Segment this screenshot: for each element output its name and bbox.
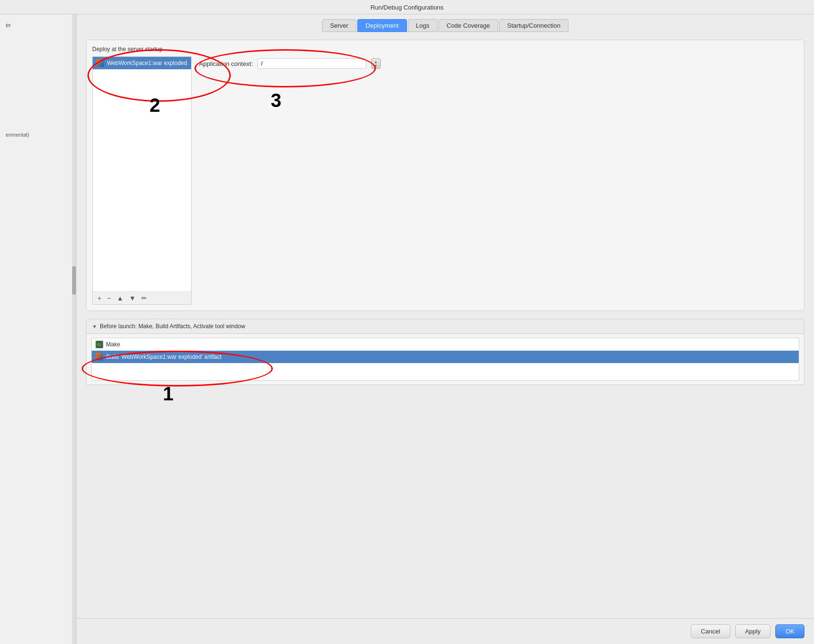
- tab-code-coverage[interactable]: Code Coverage: [439, 19, 498, 32]
- ok-button[interactable]: OK: [775, 624, 804, 638]
- deploy-list-container: WebWorkSpace1:war exploded + − ▲ ▼ ✏: [92, 56, 192, 305]
- app-context-row: Application context: ▲ ▼: [199, 56, 381, 69]
- deploy-section: Deploy at the server startup WebWorkSpac…: [86, 40, 804, 311]
- sidebar-partial-text: er: [0, 18, 76, 32]
- remove-button[interactable]: −: [106, 295, 112, 301]
- add-button[interactable]: +: [96, 295, 102, 301]
- move-up-button[interactable]: ▲: [116, 295, 124, 301]
- tab-deployment[interactable]: Deployment: [357, 19, 407, 32]
- before-launch-item-wrapper: 01 Make Build 'WebWorkSpace1:war explode…: [86, 338, 804, 381]
- deploy-section-title: Deploy at the server startup: [92, 46, 798, 53]
- edit-button[interactable]: ✏: [140, 295, 148, 301]
- svg-text:01: 01: [97, 343, 101, 347]
- deploy-toolbar: + − ▲ ▼ ✏: [93, 291, 191, 304]
- tabs-bar: Server Deployment Logs Code Coverage Sta…: [76, 14, 814, 32]
- before-launch-body: 01 Make Build 'WebWorkSpace1:war explode…: [91, 338, 799, 381]
- spinner-down-icon: ▼: [374, 64, 377, 67]
- content-area: Server Deployment Logs Code Coverage Sta…: [76, 14, 814, 644]
- before-launch-make-item[interactable]: 01 Make: [92, 338, 799, 351]
- tab-startup-connection[interactable]: Startup/Connection: [499, 19, 568, 32]
- apply-button[interactable]: Apply: [735, 624, 771, 638]
- deploy-list-item[interactable]: WebWorkSpace1:war exploded: [93, 57, 191, 69]
- cancel-button[interactable]: Cancel: [691, 624, 730, 638]
- annotation-number-1: 1: [163, 383, 173, 405]
- make-icon: 01: [96, 341, 103, 348]
- sidebar-scrollbar[interactable]: [72, 14, 76, 644]
- before-launch-build-item[interactable]: Build 'WebWorkSpace1:war exploded' artif…: [92, 351, 799, 363]
- app-context-label: Application context:: [199, 60, 253, 67]
- build-war-icon: [96, 353, 103, 361]
- app-context-input[interactable]: [257, 58, 366, 69]
- spinner-up-icon: ▲: [374, 60, 377, 64]
- sidebar-experimental: erimental): [0, 128, 76, 141]
- before-launch-title: Before launch: Make, Build Artifacts, Ac…: [100, 323, 245, 330]
- window-title: Run/Debug Configurations: [370, 4, 443, 11]
- before-launch-toggle-icon[interactable]: ▼: [92, 324, 97, 329]
- war-icon: [96, 59, 104, 67]
- sidebar-scrollbar-thumb[interactable]: [72, 266, 76, 295]
- app-context-spinner[interactable]: ▲ ▼: [371, 58, 381, 69]
- deploy-list: WebWorkSpace1:war exploded: [93, 57, 191, 291]
- main-panel: Deploy at the server startup WebWorkSpac…: [76, 32, 814, 618]
- sidebar: er erimental): [0, 14, 76, 644]
- move-down-button[interactable]: ▼: [128, 295, 137, 301]
- tab-logs[interactable]: Logs: [408, 19, 438, 32]
- deploy-list-wrapper: WebWorkSpace1:war exploded + − ▲ ▼ ✏: [92, 56, 192, 305]
- title-bar: Run/Debug Configurations: [0, 0, 814, 14]
- deploy-body: WebWorkSpace1:war exploded + − ▲ ▼ ✏: [92, 56, 798, 305]
- before-launch-header: ▼ Before launch: Make, Build Artifacts, …: [86, 319, 804, 334]
- app-context-panel: Application context: ▲ ▼ 3: [199, 56, 381, 305]
- before-launch-section: ▼ Before launch: Make, Build Artifacts, …: [86, 319, 804, 385]
- annotation-number-3: 3: [271, 90, 281, 111]
- bottom-bar: Cancel Apply OK: [76, 618, 814, 644]
- tab-server[interactable]: Server: [322, 19, 356, 32]
